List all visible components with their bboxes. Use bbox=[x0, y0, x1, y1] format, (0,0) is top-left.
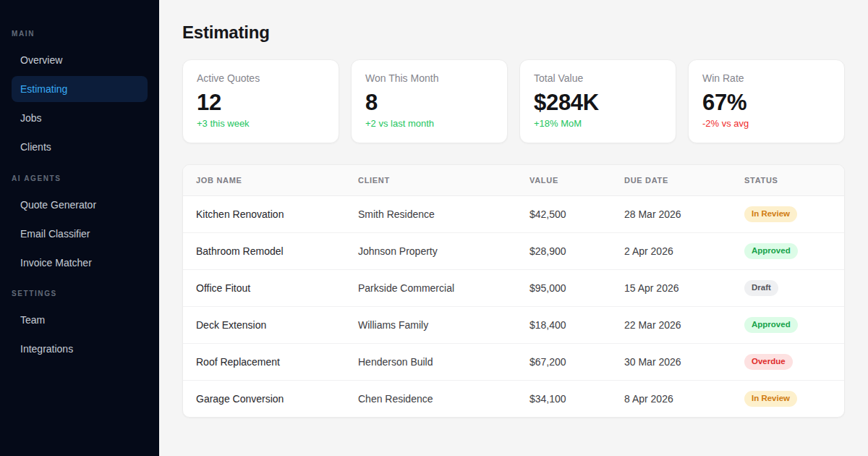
stat-value: $284K bbox=[534, 91, 662, 114]
sidebar-item-jobs[interactable]: Jobs bbox=[12, 105, 148, 131]
column-header-due-date: Due Date bbox=[624, 176, 744, 185]
cell-client: Johnson Property bbox=[358, 245, 529, 257]
stat-label: Win Rate bbox=[702, 72, 830, 83]
column-header-value: Value bbox=[529, 176, 624, 185]
cell-due-date: 22 Mar 2026 bbox=[624, 319, 744, 331]
sidebar-item-label: Invoice Matcher bbox=[20, 257, 92, 269]
cell-due-date: 2 Apr 2026 bbox=[624, 245, 744, 257]
column-header-client: Client bbox=[358, 176, 529, 185]
column-header-status: Status bbox=[744, 176, 844, 185]
status-badge: Overdue bbox=[744, 354, 793, 370]
cell-status: In Review bbox=[744, 391, 844, 407]
column-header-job-name: Job Name bbox=[196, 176, 358, 185]
table-row[interactable]: Bathroom Remodel Johnson Property $28,90… bbox=[183, 233, 844, 270]
table-row[interactable]: Deck Extension Williams Family $18,400 2… bbox=[183, 307, 844, 344]
sidebar-item-label: Team bbox=[20, 314, 45, 326]
sidebar-item-label: Quote Generator bbox=[20, 199, 96, 211]
sidebar-section-ai-agents: AI AGENTS bbox=[0, 161, 159, 182]
cell-value: $67,200 bbox=[529, 356, 624, 368]
sidebar-item-clients[interactable]: Clients bbox=[12, 134, 148, 160]
sidebar-item-label: Clients bbox=[20, 141, 51, 153]
table-header-row: Job Name Client Value Due Date Status bbox=[183, 165, 844, 196]
sidebar-item-label: Jobs bbox=[20, 112, 42, 124]
cell-job-name: Deck Extension bbox=[196, 319, 358, 331]
cell-status: Draft bbox=[744, 280, 844, 296]
cell-job-name: Kitchen Renovation bbox=[196, 208, 358, 220]
cell-client: Henderson Build bbox=[358, 356, 529, 368]
sidebar-item-quote-generator[interactable]: Quote Generator bbox=[12, 192, 148, 218]
sidebar-item-integrations[interactable]: Integrations bbox=[12, 336, 148, 362]
cell-status: Overdue bbox=[744, 354, 844, 370]
cell-value: $42,500 bbox=[529, 208, 624, 220]
status-badge: Approved bbox=[744, 243, 798, 259]
main-content: Estimating Active Quotes 12 +3 this week… bbox=[159, 0, 868, 456]
stat-value: 12 bbox=[197, 91, 325, 114]
table-row[interactable]: Roof Replacement Henderson Build $67,200… bbox=[183, 344, 844, 381]
cell-status: Approved bbox=[744, 243, 844, 259]
cell-client: Williams Family bbox=[358, 319, 529, 331]
stats-row: Active Quotes 12 +3 this week Won This M… bbox=[182, 59, 845, 143]
table-row[interactable]: Garage Conversion Chen Residence $34,100… bbox=[183, 381, 844, 417]
sidebar-item-label: Email Classifier bbox=[20, 228, 90, 240]
sidebar-item-label: Integrations bbox=[20, 343, 73, 355]
cell-due-date: 30 Mar 2026 bbox=[624, 356, 744, 368]
cell-job-name: Bathroom Remodel bbox=[196, 245, 358, 257]
sidebar-item-team[interactable]: Team bbox=[12, 307, 148, 333]
page-title: Estimating bbox=[182, 23, 845, 41]
quotes-table: Job Name Client Value Due Date Status Ki… bbox=[182, 164, 845, 418]
cell-value: $28,900 bbox=[529, 245, 624, 257]
cell-job-name: Garage Conversion bbox=[196, 393, 358, 405]
sidebar: MAIN Overview Estimating Jobs Clients AI… bbox=[0, 0, 159, 456]
sidebar-section-main: MAIN bbox=[0, 0, 159, 38]
cell-value: $18,400 bbox=[529, 319, 624, 331]
stat-value: 8 bbox=[365, 91, 493, 114]
cell-value: $95,000 bbox=[529, 282, 624, 294]
cell-due-date: 15 Apr 2026 bbox=[624, 282, 744, 294]
stat-label: Active Quotes bbox=[197, 72, 325, 83]
sidebar-section-settings: SETTINGS bbox=[0, 277, 159, 298]
stat-delta: +18% MoM bbox=[534, 119, 662, 128]
sidebar-item-estimating[interactable]: Estimating bbox=[12, 76, 148, 102]
cell-job-name: Office Fitout bbox=[196, 282, 358, 294]
table-row[interactable]: Office Fitout Parkside Commercial $95,00… bbox=[183, 270, 844, 307]
stat-card-total-value: Total Value $284K +18% MoM bbox=[519, 59, 676, 143]
status-badge: In Review bbox=[744, 206, 797, 222]
cell-due-date: 8 Apr 2026 bbox=[624, 393, 744, 405]
cell-job-name: Roof Replacement bbox=[196, 356, 358, 368]
cell-status: Approved bbox=[744, 317, 844, 333]
sidebar-item-label: Overview bbox=[20, 54, 62, 66]
status-badge: Approved bbox=[744, 317, 798, 333]
stat-delta: -2% vs avg bbox=[702, 119, 830, 128]
stat-card-won-this-month: Won This Month 8 +2 vs last month bbox=[351, 59, 508, 143]
cell-client: Smith Residence bbox=[358, 208, 529, 220]
cell-due-date: 28 Mar 2026 bbox=[624, 208, 744, 220]
stat-delta: +3 this week bbox=[197, 119, 325, 128]
sidebar-item-email-classifier[interactable]: Email Classifier bbox=[12, 221, 148, 247]
cell-status: In Review bbox=[744, 206, 844, 222]
cell-client: Chen Residence bbox=[358, 393, 529, 405]
stat-label: Total Value bbox=[534, 72, 662, 83]
cell-client: Parkside Commercial bbox=[358, 282, 529, 294]
status-badge: Draft bbox=[744, 280, 778, 296]
table-row[interactable]: Kitchen Renovation Smith Residence $42,5… bbox=[183, 196, 844, 233]
cell-value: $34,100 bbox=[529, 393, 624, 405]
sidebar-item-label: Estimating bbox=[20, 83, 67, 95]
stat-card-win-rate: Win Rate 67% -2% vs avg bbox=[688, 59, 845, 143]
stat-delta: +2 vs last month bbox=[365, 119, 493, 128]
status-badge: In Review bbox=[744, 391, 797, 407]
sidebar-item-overview[interactable]: Overview bbox=[12, 47, 148, 73]
sidebar-item-invoice-matcher[interactable]: Invoice Matcher bbox=[12, 250, 148, 276]
stat-value: 67% bbox=[702, 91, 830, 114]
stat-card-active-quotes: Active Quotes 12 +3 this week bbox=[182, 59, 339, 143]
stat-label: Won This Month bbox=[365, 72, 493, 83]
